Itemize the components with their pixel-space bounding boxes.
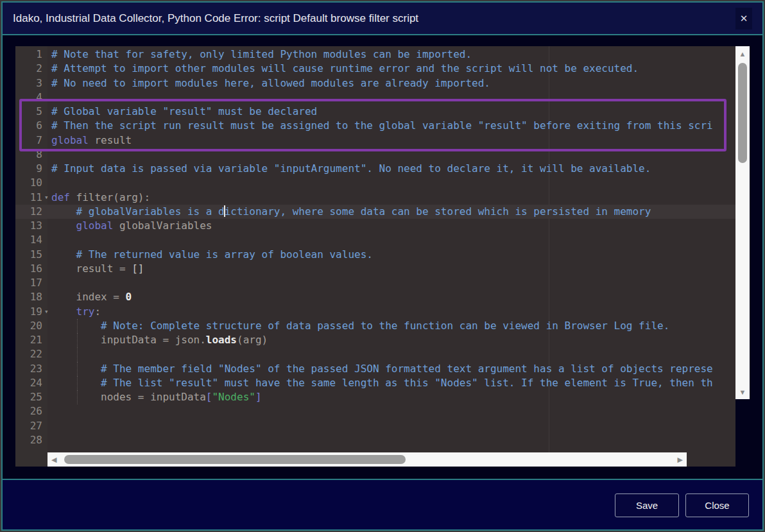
- line-number: 16: [15, 262, 42, 276]
- code-text: try:: [51, 305, 101, 319]
- line-number: 11: [15, 191, 42, 205]
- code-line[interactable]: 5# Global variable "result" must be decl…: [15, 105, 735, 119]
- line-number: 18: [15, 290, 42, 304]
- code-text: # The member field "Nodes" of the passed…: [51, 362, 713, 376]
- line-number: 26: [15, 404, 42, 418]
- line-number: 7: [15, 133, 42, 148]
- code-rows: 1# Note that for safety, only limited Py…: [15, 47, 735, 447]
- fold-icon[interactable]: ▾: [44, 191, 49, 205]
- code-editor[interactable]: 1# Note that for safety, only limited Py…: [15, 46, 735, 467]
- title-bar: Idako, Industrial Data Collector, Python…: [3, 3, 762, 34]
- indent-guide: [77, 347, 78, 361]
- line-number: 15: [15, 248, 42, 262]
- line-number: 23: [15, 362, 42, 376]
- line-number: 21: [15, 333, 42, 347]
- fold-icon[interactable]: ▾: [44, 305, 49, 319]
- vertical-scrollbar-thumb[interactable]: [738, 63, 747, 163]
- line-number: 12: [15, 205, 42, 219]
- scroll-down-icon[interactable]: ▼: [735, 387, 750, 397]
- code-text: # Then the script run result must be ass…: [51, 119, 713, 133]
- code-line[interactable]: 17: [15, 276, 735, 290]
- code-text: # globalVariables is a dictionary, where…: [51, 205, 651, 219]
- code-line[interactable]: 14: [15, 233, 735, 247]
- line-number: 9: [15, 162, 42, 176]
- code-line[interactable]: 9# Input data is passed via variable "in…: [15, 162, 735, 176]
- code-line[interactable]: 28: [15, 433, 735, 447]
- horizontal-scrollbar-thumb[interactable]: [64, 455, 406, 464]
- line-number: 3: [15, 76, 42, 90]
- close-icon: ✕: [740, 13, 748, 24]
- code-text: index = 0: [51, 290, 132, 304]
- scroll-up-icon[interactable]: ▲: [735, 49, 750, 59]
- code-line[interactable]: 26: [15, 404, 735, 418]
- code-line[interactable]: 12 # globalVariables is a dictionary, wh…: [15, 205, 735, 219]
- code-line[interactable]: 18 index = 0: [15, 290, 735, 304]
- line-number: 13: [15, 219, 42, 233]
- code-line[interactable]: 23 # The member field "Nodes" of the pas…: [15, 362, 735, 376]
- line-number: 25: [15, 390, 42, 404]
- line-number: 4: [15, 90, 42, 105]
- scroll-left-icon[interactable]: ◀: [51, 452, 56, 467]
- line-number: 19: [15, 305, 42, 319]
- code-text: # Global variable "result" must be decla…: [51, 105, 317, 119]
- line-number: 6: [15, 119, 42, 133]
- code-line[interactable]: 11▾def filter(arg):: [15, 191, 735, 205]
- code-text: global result: [51, 133, 132, 148]
- code-line[interactable]: 8: [15, 148, 735, 162]
- code-line[interactable]: 13 global globalVariables: [15, 219, 735, 233]
- line-number: 2: [15, 62, 42, 76]
- code-text: # Attempt to import other modules will c…: [51, 62, 639, 76]
- line-number: 22: [15, 347, 42, 361]
- code-line[interactable]: 27: [15, 419, 735, 433]
- line-number: 10: [15, 176, 42, 190]
- line-number: 20: [15, 319, 42, 333]
- code-text: result = []: [51, 262, 144, 276]
- scrollbar-vertical[interactable]: ▲ ▼: [735, 46, 750, 399]
- code-line[interactable]: 6# Then the script run result must be as…: [15, 119, 735, 133]
- dialog-title: Idako, Industrial Data Collector, Python…: [13, 3, 418, 34]
- code-line[interactable]: 4: [15, 90, 735, 105]
- code-text: # The returned value is array of boolean…: [51, 248, 373, 262]
- line-number: 28: [15, 433, 42, 447]
- line-number: 27: [15, 419, 42, 433]
- code-text: def filter(arg):: [51, 191, 150, 205]
- code-line[interactable]: 3# No need to import modules here, allow…: [15, 76, 735, 90]
- code-line[interactable]: 22: [15, 347, 735, 361]
- dialog-window: Idako, Industrial Data Collector, Python…: [1, 1, 764, 531]
- code-text: # Input data is passed via variable "inp…: [51, 162, 651, 176]
- code-text: global globalVariables: [51, 219, 212, 233]
- line-number: 17: [15, 276, 42, 290]
- code-line[interactable]: 21 inputData = json.loads(arg): [15, 333, 735, 347]
- close-dialog-button[interactable]: Close: [685, 493, 749, 517]
- code-line[interactable]: 16 result = []: [15, 262, 735, 276]
- line-number: 8: [15, 148, 42, 162]
- scroll-right-icon[interactable]: ▶: [678, 452, 683, 467]
- code-line[interactable]: 15 # The returned value is array of bool…: [15, 248, 735, 262]
- line-number: 5: [15, 105, 42, 119]
- code-text: # Note: Complete structure of data passe…: [51, 319, 669, 333]
- code-line[interactable]: 19▾ try:: [15, 305, 735, 319]
- close-button[interactable]: ✕: [735, 8, 752, 30]
- code-line[interactable]: 10: [15, 176, 735, 190]
- code-line[interactable]: 2# Attempt to import other modules will …: [15, 62, 735, 76]
- save-button[interactable]: Save: [615, 493, 679, 517]
- code-line[interactable]: 24 # The list "result" must have the sam…: [15, 376, 735, 390]
- code-line[interactable]: 7global result: [15, 133, 735, 148]
- screen: Idako, Industrial Data Collector, Python…: [0, 0, 765, 532]
- code-line[interactable]: 20 # Note: Complete structure of data pa…: [15, 319, 735, 333]
- code-line[interactable]: 1# Note that for safety, only limited Py…: [15, 47, 735, 62]
- code-line[interactable]: 25 nodes = inputData["Nodes"]: [15, 390, 735, 404]
- code-text: # No need to import modules here, allowe…: [51, 76, 490, 90]
- code-text: nodes = inputData["Nodes"]: [51, 390, 262, 404]
- line-number: 14: [15, 233, 42, 247]
- code-text: # Note that for safety, only limited Pyt…: [51, 47, 472, 62]
- scrollbar-horizontal[interactable]: ◀ ▶: [47, 452, 687, 467]
- line-number: 1: [15, 47, 42, 62]
- code-text: # The list "result" must have the same l…: [51, 376, 713, 390]
- line-number: 24: [15, 376, 42, 390]
- code-text: inputData = json.loads(arg): [51, 333, 268, 347]
